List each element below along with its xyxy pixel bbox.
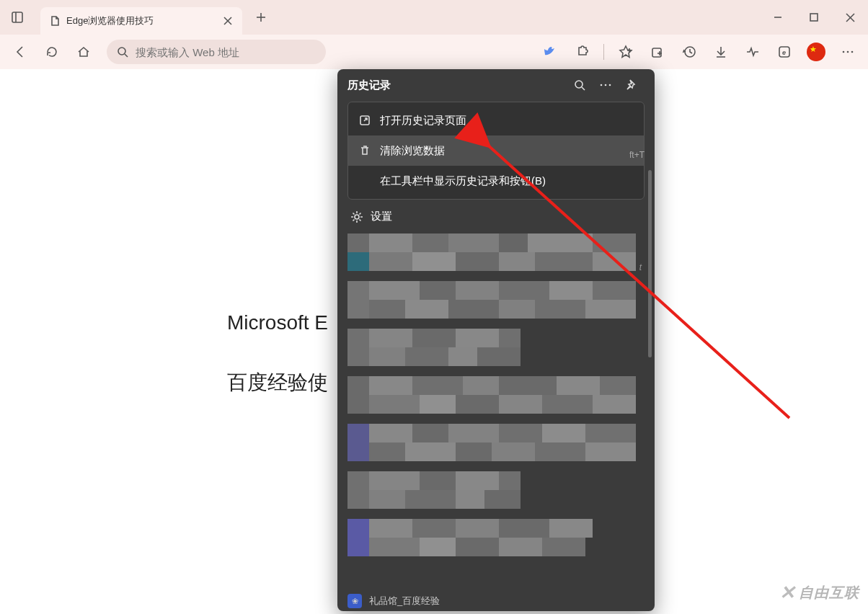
- favicon: ❀: [347, 594, 362, 608]
- page-icon: [49, 15, 61, 27]
- svg-line-11: [125, 54, 128, 57]
- svg-rect-0: [12, 12, 22, 22]
- close-tab-button[interactable]: [222, 15, 234, 27]
- pin-icon: [625, 79, 638, 92]
- separator: [603, 44, 604, 60]
- home-button[interactable]: [69, 37, 98, 66]
- gear-icon: [350, 210, 363, 223]
- history-pin-button[interactable]: [619, 72, 645, 98]
- watermark-text: 自由互联: [799, 583, 859, 602]
- history-title: 历史记录: [347, 79, 567, 92]
- watermark-logo: ✕: [779, 582, 796, 604]
- search-icon: [573, 79, 586, 92]
- settings-label: 设置: [371, 210, 392, 223]
- refresh-button[interactable]: [37, 37, 66, 66]
- tabs-icon: [11, 11, 24, 24]
- ie-icon: e: [777, 45, 792, 59]
- minimize-button[interactable]: [760, 3, 796, 32]
- history-icon: [682, 45, 696, 59]
- collections-icon: [650, 45, 665, 59]
- new-tab-button[interactable]: [249, 6, 273, 29]
- svg-point-28: [609, 84, 611, 86]
- download-icon: [714, 45, 728, 59]
- puzzle-icon: [575, 45, 589, 59]
- window-controls: [760, 3, 868, 32]
- svg-text:e: e: [782, 49, 786, 56]
- svg-point-24: [575, 81, 583, 88]
- history-header: 历史记录: [337, 69, 655, 101]
- heartbeat-icon: [745, 45, 760, 59]
- bird-extension-button[interactable]: [536, 37, 564, 66]
- history-button[interactable]: [675, 37, 704, 66]
- shortcut-hint: ft+T: [629, 150, 645, 160]
- china-flag-icon: [807, 43, 825, 61]
- svg-rect-7: [810, 14, 818, 21]
- trash-icon: [358, 145, 371, 156]
- svg-point-21: [843, 51, 845, 53]
- svg-point-10: [118, 48, 125, 55]
- history-bottom-label: 礼品馆_百度经验: [369, 595, 440, 608]
- history-panel: 历史记录 打开历史记录页面 清除浏览数据 在工具栏中显示历史记录和按钮(B) f…: [337, 69, 655, 611]
- search-icon: [117, 46, 128, 58]
- menu-label: 清除浏览数据: [380, 144, 445, 158]
- menu-label: 打开历史记录页面: [380, 114, 466, 128]
- tab-title: Edge浏览器使用技巧: [66, 14, 222, 27]
- favorites-button[interactable]: [611, 37, 640, 66]
- svg-line-25: [582, 87, 585, 90]
- close-window-button[interactable]: [832, 3, 868, 32]
- side-char: t: [639, 262, 642, 272]
- profile-button[interactable]: [802, 37, 831, 66]
- svg-point-27: [605, 84, 607, 86]
- history-menu: 打开历史记录页面 清除浏览数据 在工具栏中显示历史记录和按钮(B): [347, 102, 645, 200]
- maximize-button[interactable]: [796, 3, 832, 32]
- svg-point-23: [851, 51, 854, 53]
- menu-show-history-toolbar[interactable]: 在工具栏中显示历史记录和按钮(B): [348, 166, 644, 196]
- menu-clear-browsing-data[interactable]: 清除浏览数据: [348, 135, 644, 166]
- titlebar: Edge浏览器使用技巧: [0, 0, 868, 35]
- history-search-button[interactable]: [567, 72, 593, 98]
- open-icon: [358, 115, 371, 126]
- collections-button[interactable]: [643, 37, 672, 66]
- ellipsis-icon: [841, 45, 855, 59]
- svg-point-26: [601, 84, 603, 86]
- history-list-blurred: [337, 233, 655, 556]
- ie-mode-button[interactable]: e: [770, 37, 799, 66]
- history-more-button[interactable]: [593, 72, 619, 98]
- address-input[interactable]: [136, 46, 316, 58]
- history-settings-link[interactable]: 设置: [337, 200, 655, 233]
- downloads-button[interactable]: [707, 37, 735, 66]
- svg-point-22: [847, 51, 849, 53]
- toolbar: e: [0, 35, 868, 69]
- back-button[interactable]: [6, 37, 35, 66]
- menu-label: 在工具栏中显示历史记录和按钮(B): [380, 174, 546, 188]
- address-bar[interactable]: [107, 40, 326, 64]
- history-bottom-item[interactable]: ❀ 礼品馆_百度经验: [347, 594, 440, 608]
- tabs-button[interactable]: [0, 0, 35, 35]
- bird-icon: [543, 45, 557, 59]
- scrollbar[interactable]: [648, 170, 652, 357]
- more-button[interactable]: [833, 37, 862, 66]
- extensions-button[interactable]: [567, 37, 596, 66]
- browser-tab[interactable]: Edge浏览器使用技巧: [40, 7, 242, 35]
- watermark: ✕ 自由互联: [779, 582, 859, 604]
- performance-button[interactable]: [738, 37, 767, 66]
- svg-point-30: [355, 215, 359, 219]
- ellipsis-icon: [599, 79, 612, 92]
- star-icon: [619, 45, 633, 59]
- menu-open-history-page[interactable]: 打开历史记录页面: [348, 105, 644, 135]
